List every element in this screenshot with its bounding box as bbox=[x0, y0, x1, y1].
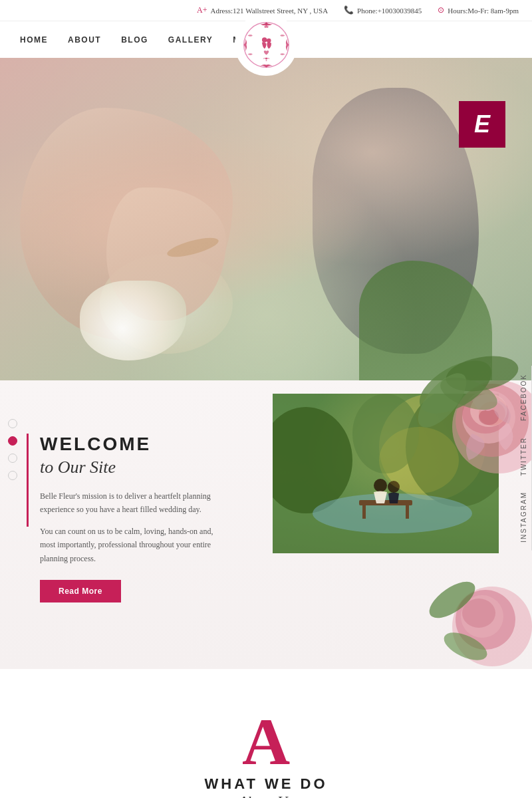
twitter-link[interactable]: TWITTER bbox=[516, 429, 532, 483]
dot-2[interactable] bbox=[8, 436, 17, 446]
instagram-link[interactable]: INSTAGRAM bbox=[516, 483, 532, 551]
welcome-paragraph-1: Belle Fleur's mission is to deliver a he… bbox=[40, 489, 226, 517]
facebook-link[interactable]: FACEBOOK bbox=[516, 366, 532, 429]
svg-point-1 bbox=[261, 37, 267, 43]
elementor-icon: E bbox=[474, 110, 490, 138]
nav-blog[interactable]: BLOG bbox=[121, 35, 148, 45]
what-we-do-heading: WHAT WE DO bbox=[13, 775, 519, 793]
address-text: Adress:121 Wallstreet Street, NY , USA bbox=[210, 7, 328, 15]
navbar: HOME ABOUT BLOG GALLERY MORE ▾ bbox=[0, 21, 532, 58]
elementor-badge[interactable]: E bbox=[459, 101, 505, 148]
dot-3[interactable] bbox=[8, 454, 17, 463]
hero-background bbox=[0, 55, 532, 380]
decorative-letter: A bbox=[13, 709, 519, 775]
read-more-button[interactable]: Read More bbox=[40, 580, 121, 602]
svg-point-4 bbox=[265, 60, 267, 61]
phone-item: 📞 Phone:+10030039845 bbox=[344, 5, 422, 15]
logo[interactable] bbox=[236, 15, 296, 74]
what-we-do-section: A WHAT WE DO About Us bbox=[0, 669, 532, 798]
social-sidebar: FACEBOOK TWITTER INSTAGRAM bbox=[516, 366, 532, 551]
svg-point-2 bbox=[266, 38, 271, 43]
hours-icon: ⊙ bbox=[438, 5, 444, 15]
hours-item: ⊙ Hours:Mo-Fr: 8am-9pm bbox=[438, 5, 519, 15]
page-dots bbox=[8, 419, 17, 480]
phone-text: Phone:+10030039845 bbox=[357, 7, 422, 15]
about-us-subheading: About Us bbox=[13, 793, 519, 798]
leaves-decor bbox=[402, 347, 532, 480]
hero-section: E bbox=[0, 55, 532, 380]
nav-home[interactable]: HOME bbox=[20, 35, 48, 45]
nav-gallery[interactable]: GALLERY bbox=[168, 35, 213, 45]
logo-svg bbox=[241, 20, 291, 70]
hours-text: Hours:Mo-Fr: 8am-9pm bbox=[448, 7, 519, 15]
address-item: A+ Adress:121 Wallstreet Street, NY , US… bbox=[197, 5, 328, 15]
dot-4[interactable] bbox=[8, 471, 17, 480]
nav-about[interactable]: ABOUT bbox=[68, 35, 101, 45]
phone-icon: 📞 bbox=[344, 5, 354, 15]
address-icon: A+ bbox=[197, 5, 207, 15]
welcome-paragraph-2: You can count on us to be calm, loving, … bbox=[40, 525, 226, 565]
dot-1[interactable] bbox=[8, 419, 17, 428]
nav-links: HOME ABOUT BLOG GALLERY MORE ▾ bbox=[20, 35, 267, 45]
red-accent-line bbox=[27, 434, 29, 527]
